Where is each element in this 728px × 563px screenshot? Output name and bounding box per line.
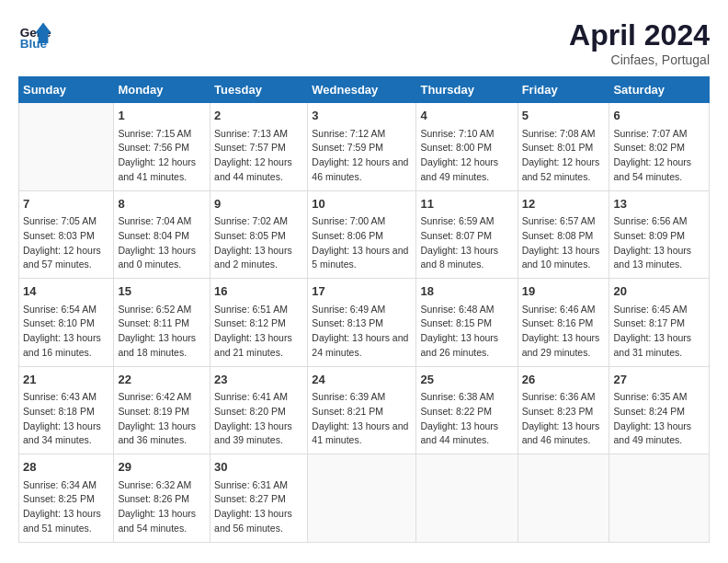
sunrise-label: Sunrise: 7:00 AM [312, 215, 385, 226]
day-info: Sunrise: 6:54 AMSunset: 8:10 PMDaylight:… [23, 303, 109, 361]
calendar-cell: 10Sunrise: 7:00 AMSunset: 8:06 PMDayligh… [308, 190, 416, 279]
daylight-label: Daylight: 13 hours and 16 minutes. [23, 332, 101, 358]
daylight-label: Daylight: 13 hours and 46 minutes. [522, 420, 600, 446]
day-info: Sunrise: 6:59 AMSunset: 8:07 PMDaylight:… [420, 214, 513, 272]
calendar-cell: 22Sunrise: 6:42 AMSunset: 8:19 PMDayligh… [114, 366, 210, 454]
day-info: Sunrise: 6:56 AMSunset: 8:09 PMDaylight:… [613, 214, 705, 272]
sunset-label: Sunset: 8:26 PM [118, 493, 189, 504]
day-number: 6 [613, 107, 705, 125]
daylight-label: Daylight: 12 hours and 46 minutes. [312, 156, 408, 182]
calendar-cell [416, 454, 518, 543]
page-header: General Blue April 2024 Cinfaes, Portuga… [18, 18, 710, 67]
day-number: 29 [118, 458, 206, 477]
day-info: Sunrise: 6:32 AMSunset: 8:26 PMDaylight:… [118, 478, 206, 536]
sunrise-label: Sunrise: 6:41 AM [214, 391, 288, 402]
day-info: Sunrise: 6:35 AMSunset: 8:24 PMDaylight:… [613, 390, 705, 448]
day-info: Sunrise: 7:08 AMSunset: 8:01 PMDaylight:… [522, 127, 606, 185]
day-number: 12 [522, 195, 606, 213]
logo-icon: General Blue [18, 18, 51, 52]
sunrise-label: Sunrise: 6:34 AM [23, 479, 97, 490]
day-info: Sunrise: 7:07 AMSunset: 8:02 PMDaylight:… [613, 127, 705, 185]
day-info: Sunrise: 6:51 AMSunset: 8:12 PMDaylight:… [214, 303, 303, 361]
daylight-label: Daylight: 13 hours and 56 minutes. [214, 508, 292, 534]
day-number: 18 [420, 282, 513, 301]
day-number: 22 [118, 371, 206, 389]
daylight-label: Daylight: 13 hours and 0 minutes. [118, 245, 196, 270]
calendar-cell: 19Sunrise: 6:46 AMSunset: 8:16 PMDayligh… [518, 279, 609, 367]
sunset-label: Sunset: 8:25 PM [23, 493, 95, 504]
calendar-cell: 17Sunrise: 6:49 AMSunset: 8:13 PMDayligh… [308, 279, 416, 367]
calendar-cell: 5Sunrise: 7:08 AMSunset: 8:01 PMDaylight… [518, 103, 609, 191]
sunset-label: Sunset: 7:59 PM [312, 142, 383, 153]
day-info: Sunrise: 6:31 AMSunset: 8:27 PMDaylight:… [214, 478, 303, 536]
day-info: Sunrise: 7:12 AMSunset: 7:59 PMDaylight:… [312, 127, 412, 185]
day-info: Sunrise: 7:15 AMSunset: 7:56 PMDaylight:… [118, 127, 206, 185]
daylight-label: Daylight: 13 hours and 5 minutes. [312, 245, 408, 270]
location: Cinfaes, Portugal [569, 52, 710, 67]
day-info: Sunrise: 6:45 AMSunset: 8:17 PMDaylight:… [613, 303, 705, 361]
day-number: 20 [613, 282, 705, 301]
sunset-label: Sunset: 8:07 PM [420, 230, 492, 241]
sunrise-label: Sunrise: 7:05 AM [23, 215, 97, 226]
sunrise-label: Sunrise: 6:42 AM [118, 391, 191, 402]
daylight-label: Daylight: 13 hours and 54 minutes. [118, 508, 196, 534]
day-number: 4 [420, 107, 513, 125]
sunrise-label: Sunrise: 6:36 AM [522, 391, 596, 402]
day-info: Sunrise: 7:10 AMSunset: 8:00 PMDaylight:… [420, 127, 513, 185]
calendar-cell: 27Sunrise: 6:35 AMSunset: 8:24 PMDayligh… [609, 366, 710, 454]
sunrise-label: Sunrise: 7:04 AM [118, 215, 191, 226]
day-info: Sunrise: 7:04 AMSunset: 8:04 PMDaylight:… [118, 214, 206, 272]
day-number: 8 [118, 195, 206, 213]
day-number: 1 [118, 107, 206, 125]
daylight-label: Daylight: 13 hours and 31 minutes. [613, 332, 691, 358]
day-info: Sunrise: 7:13 AMSunset: 7:57 PMDaylight:… [214, 127, 303, 185]
day-info: Sunrise: 7:02 AMSunset: 8:05 PMDaylight:… [214, 214, 303, 272]
day-number: 2 [214, 107, 303, 125]
calendar-cell [518, 454, 609, 543]
day-number: 28 [23, 458, 109, 477]
sunset-label: Sunset: 8:13 PM [312, 317, 383, 328]
day-number: 27 [613, 371, 705, 389]
sunrise-label: Sunrise: 6:51 AM [214, 304, 288, 315]
calendar-cell: 21Sunrise: 6:43 AMSunset: 8:18 PMDayligh… [19, 366, 114, 454]
daylight-label: Daylight: 13 hours and 29 minutes. [522, 332, 600, 358]
sunset-label: Sunset: 8:04 PM [118, 230, 189, 241]
calendar-cell: 23Sunrise: 6:41 AMSunset: 8:20 PMDayligh… [210, 366, 308, 454]
daylight-label: Daylight: 13 hours and 49 minutes. [613, 420, 691, 446]
sunrise-label: Sunrise: 6:39 AM [312, 391, 385, 402]
sunset-label: Sunset: 8:20 PM [214, 406, 286, 417]
sunset-label: Sunset: 8:12 PM [214, 317, 286, 328]
calendar-cell: 26Sunrise: 6:36 AMSunset: 8:23 PMDayligh… [518, 366, 609, 454]
calendar-cell: 20Sunrise: 6:45 AMSunset: 8:17 PMDayligh… [609, 279, 710, 367]
sunset-label: Sunset: 8:02 PM [613, 142, 685, 153]
calendar-cell: 8Sunrise: 7:04 AMSunset: 8:04 PMDaylight… [114, 190, 210, 279]
calendar-cell [308, 454, 416, 543]
daylight-label: Daylight: 13 hours and 10 minutes. [522, 245, 600, 270]
sunrise-label: Sunrise: 7:13 AM [214, 128, 288, 139]
calendar-cell [609, 454, 710, 543]
day-info: Sunrise: 6:49 AMSunset: 8:13 PMDaylight:… [312, 303, 412, 361]
day-info: Sunrise: 6:52 AMSunset: 8:11 PMDaylight:… [118, 303, 206, 361]
calendar-cell: 13Sunrise: 6:56 AMSunset: 8:09 PMDayligh… [609, 190, 710, 279]
daylight-label: Daylight: 12 hours and 54 minutes. [613, 156, 691, 182]
day-info: Sunrise: 6:46 AMSunset: 8:16 PMDaylight:… [522, 303, 606, 361]
sunset-label: Sunset: 8:23 PM [522, 406, 594, 417]
sunset-label: Sunset: 8:17 PM [613, 317, 685, 328]
sunrise-label: Sunrise: 6:57 AM [522, 215, 596, 226]
sunset-label: Sunset: 8:06 PM [312, 230, 383, 241]
day-number: 9 [214, 195, 303, 213]
day-info: Sunrise: 6:57 AMSunset: 8:08 PMDaylight:… [522, 214, 606, 272]
calendar-cell: 6Sunrise: 7:07 AMSunset: 8:02 PMDaylight… [609, 103, 710, 191]
day-info: Sunrise: 6:39 AMSunset: 8:21 PMDaylight:… [312, 390, 412, 448]
day-number: 19 [522, 282, 606, 301]
sunrise-label: Sunrise: 6:45 AM [613, 304, 687, 315]
daylight-label: Daylight: 12 hours and 52 minutes. [522, 156, 600, 182]
sunset-label: Sunset: 8:11 PM [118, 317, 189, 328]
sunrise-label: Sunrise: 6:43 AM [23, 391, 97, 402]
daylight-label: Daylight: 12 hours and 41 minutes. [118, 156, 196, 182]
day-info: Sunrise: 7:05 AMSunset: 8:03 PMDaylight:… [23, 214, 109, 272]
sunset-label: Sunset: 8:16 PM [522, 317, 594, 328]
sunrise-label: Sunrise: 6:31 AM [214, 479, 288, 490]
sunset-label: Sunset: 8:05 PM [214, 230, 286, 241]
sunset-label: Sunset: 8:21 PM [312, 406, 383, 417]
